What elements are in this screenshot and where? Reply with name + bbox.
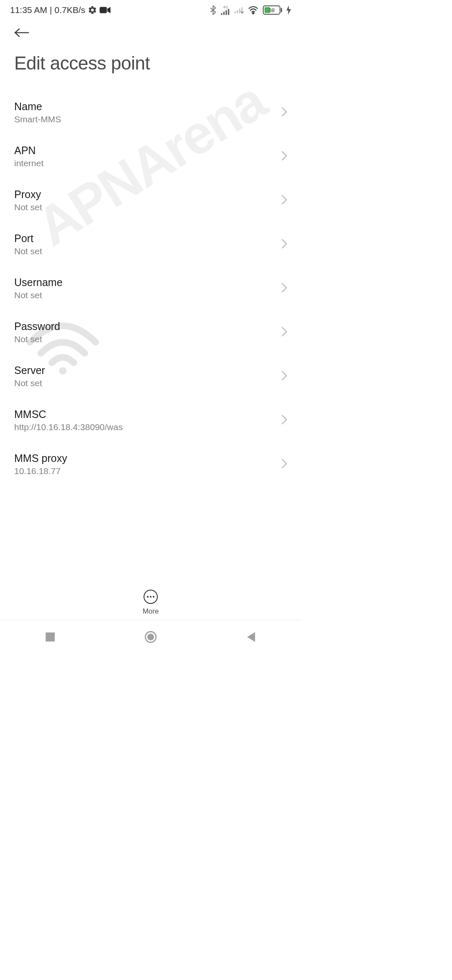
- nav-back-button[interactable]: [230, 632, 272, 642]
- setting-row-proxy[interactable]: Proxy Not set: [14, 178, 287, 222]
- setting-value: http://10.16.18.4:38090/was: [14, 422, 276, 432]
- setting-row-mmsc[interactable]: MMSC http://10.16.18.4:38090/was: [14, 398, 287, 442]
- svg-rect-6: [237, 10, 238, 13]
- signal-icon: [221, 8, 230, 15]
- svg-rect-4: [228, 9, 229, 15]
- setting-value: Not set: [14, 334, 276, 344]
- setting-label: MMS proxy: [14, 452, 276, 464]
- chevron-right-icon: [281, 283, 287, 294]
- setting-label: Proxy: [14, 188, 276, 201]
- square-icon: [45, 632, 55, 642]
- system-nav-bar: [0, 620, 301, 653]
- nav-home-button[interactable]: [130, 631, 172, 643]
- setting-value: internet: [14, 158, 276, 168]
- setting-value: Not set: [14, 202, 276, 212]
- signal-primary-group: 4G: [221, 5, 230, 15]
- setting-value: Not set: [14, 290, 276, 300]
- charging-icon: [286, 5, 291, 15]
- setting-row-name[interactable]: Name Smart-MMS: [14, 90, 287, 134]
- more-button[interactable]: More: [0, 586, 301, 616]
- setting-label: Port: [14, 232, 276, 245]
- more-label: More: [143, 607, 159, 616]
- setting-label: Name: [14, 101, 276, 113]
- setting-label: APN: [14, 144, 276, 157]
- chevron-right-icon: [281, 107, 287, 119]
- setting-label: Server: [14, 364, 276, 377]
- setting-value: Not set: [14, 246, 276, 256]
- svg-point-9: [252, 13, 254, 14]
- circle-icon: [144, 631, 157, 643]
- svg-rect-3: [226, 10, 227, 15]
- status-left-group: 11:35 AM | 0.7KB/s: [10, 5, 110, 15]
- status-divider: |: [50, 5, 52, 15]
- setting-label: MMSC: [14, 408, 276, 420]
- header-nav: [0, 18, 301, 42]
- status-data-rate: 0.7KB/s: [54, 5, 85, 15]
- svg-rect-1: [221, 13, 222, 15]
- settings-list: APNArena Name Smart-MMS APN internet Pro…: [0, 90, 301, 486]
- more-horizontal-icon: [144, 590, 158, 604]
- svg-point-14: [147, 633, 154, 640]
- setting-row-password[interactable]: Password Not set: [14, 310, 287, 354]
- back-button[interactable]: [13, 23, 31, 42]
- setting-label: Username: [14, 276, 276, 289]
- setting-row-apn[interactable]: APN internet: [14, 134, 287, 178]
- setting-row-mms-proxy[interactable]: MMS proxy 10.16.18.77: [14, 442, 287, 486]
- chevron-right-icon: [281, 371, 287, 382]
- signal-secondary-icon: [234, 7, 244, 13]
- svg-rect-0: [100, 7, 107, 13]
- svg-rect-12: [46, 632, 55, 642]
- chevron-right-icon: [281, 239, 287, 250]
- arrow-left-icon: [13, 27, 30, 39]
- chevron-right-icon: [281, 195, 287, 206]
- status-time: 11:35 AM: [10, 5, 47, 15]
- status-bar: 11:35 AM | 0.7KB/s 4G 38: [0, 0, 301, 18]
- bluetooth-icon: [209, 5, 217, 15]
- chevron-right-icon: [281, 459, 287, 470]
- battery-percent: 38: [269, 7, 275, 13]
- gear-icon: [88, 5, 97, 15]
- battery-indicator: 38: [263, 5, 282, 15]
- svg-rect-5: [234, 11, 236, 13]
- setting-row-username[interactable]: Username Not set: [14, 266, 287, 310]
- triangle-left-icon: [247, 632, 256, 642]
- chevron-right-icon: [281, 415, 287, 426]
- setting-value: Not set: [14, 378, 276, 388]
- svg-rect-7: [239, 9, 240, 13]
- nav-recent-button[interactable]: [29, 632, 71, 642]
- wifi-icon: [248, 6, 259, 14]
- status-right-group: 4G 38: [209, 5, 291, 15]
- setting-label: Password: [14, 320, 276, 333]
- video-camera-icon: [100, 6, 110, 14]
- setting-row-server[interactable]: Server Not set: [14, 354, 287, 398]
- svg-rect-2: [223, 12, 225, 15]
- chevron-right-icon: [281, 151, 287, 162]
- chevron-right-icon: [281, 327, 287, 338]
- setting-value: Smart-MMS: [14, 114, 276, 124]
- page-title: Edit access point: [0, 42, 301, 90]
- setting-value: 10.16.18.77: [14, 466, 276, 476]
- setting-row-port[interactable]: Port Not set: [14, 222, 287, 266]
